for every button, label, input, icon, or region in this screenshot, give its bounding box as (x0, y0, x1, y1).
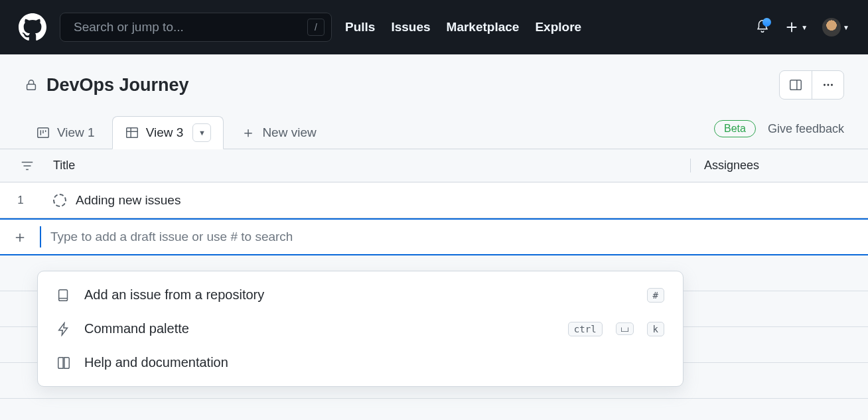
table-row[interactable]: 1 Adding new issues (0, 182, 868, 218)
svg-point-3 (827, 84, 829, 86)
views-tabs: View 1 View 3 ▼ ＋ New view Beta Give fee… (0, 100, 868, 149)
column-assignees[interactable]: Assignees (690, 159, 868, 173)
slash-key-hint: / (307, 19, 325, 36)
add-item-row[interactable]: ＋ (0, 218, 868, 255)
beta-badge: Beta (714, 120, 756, 137)
column-title[interactable]: Title (41, 159, 690, 173)
row-title: Adding new issues (76, 193, 181, 208)
add-item-plus[interactable]: ＋ (0, 226, 41, 247)
svg-rect-1 (790, 80, 802, 90)
filter-icon[interactable] (20, 159, 35, 173)
svg-rect-7 (59, 289, 68, 301)
give-feedback-link[interactable]: Give feedback (768, 122, 844, 136)
primary-nav: Pulls Issues Marketplace Explore (345, 20, 581, 35)
global-search[interactable]: Search or jump to... / (60, 13, 332, 42)
tab-options-button[interactable]: ▼ (192, 123, 211, 142)
key-hint: # (647, 288, 664, 303)
plus-icon (784, 20, 799, 35)
triangle-down-icon: ▼ (198, 129, 206, 137)
draft-issue-icon (53, 194, 66, 207)
user-menu[interactable]: ▼ (822, 18, 849, 36)
row-number: 1 (0, 194, 41, 207)
nav-pulls[interactable]: Pulls (345, 20, 375, 35)
insights-button[interactable] (780, 71, 812, 99)
tab-view-1[interactable]: View 1 (24, 119, 107, 147)
book-icon (56, 356, 71, 370)
plus-icon: ＋ (12, 228, 28, 245)
project-title: DevOps Journey (46, 75, 779, 96)
tab-label: View 3 (146, 125, 184, 140)
svg-rect-0 (27, 84, 36, 90)
popover-help[interactable]: Help and documentation (38, 346, 683, 380)
nav-marketplace[interactable]: Marketplace (447, 20, 520, 35)
popover-item-label: Add an issue from a repository (84, 287, 634, 303)
caret-down-icon: ▼ (843, 24, 849, 31)
nav-explore[interactable]: Explore (535, 20, 581, 35)
project-icon (36, 125, 50, 140)
project-menu-button[interactable] (812, 71, 843, 99)
add-item-input[interactable] (41, 220, 868, 254)
nav-issues[interactable]: Issues (391, 20, 430, 35)
new-view-label: New view (262, 125, 316, 140)
project-actions (779, 70, 844, 100)
table-header: Title Assignees (0, 149, 868, 182)
project-header: DevOps Journey (0, 54, 868, 100)
table-icon (125, 125, 139, 140)
global-header: Search or jump to... / Pulls Issues Mark… (0, 0, 868, 54)
lock-icon (24, 78, 38, 92)
popover-item-label: Command palette (84, 321, 555, 336)
notifications-button[interactable] (755, 19, 770, 36)
kebab-icon (821, 78, 835, 92)
mark-github-icon (19, 13, 46, 41)
svg-point-4 (831, 84, 833, 86)
popover-item-label: Help and documentation (84, 355, 664, 370)
omnibar-popover: Add an issue from a repository # Command… (37, 271, 684, 387)
github-logo[interactable] (19, 13, 46, 41)
new-view-button[interactable]: ＋ New view (229, 116, 328, 149)
header-right: ▼ ▼ (755, 18, 849, 36)
caret-down-icon: ▼ (801, 24, 808, 31)
popover-add-issue[interactable]: Add an issue from a repository # (38, 278, 683, 312)
sidebar-icon (788, 78, 803, 92)
key-hint: ⌴ (616, 322, 634, 335)
svg-point-2 (824, 84, 826, 86)
notification-dot-icon (762, 18, 771, 27)
tab-view-3[interactable]: View 3 ▼ (112, 116, 224, 149)
plus-icon: ＋ (241, 123, 255, 143)
key-hint: ctrl (568, 322, 603, 336)
key-hint: k (647, 322, 664, 336)
search-placeholder: Search or jump to... (74, 20, 299, 35)
repo-icon (56, 288, 71, 303)
popover-command-palette[interactable]: Command palette ctrl ⌴ k (38, 312, 683, 346)
svg-rect-6 (126, 128, 137, 138)
zap-icon (56, 322, 71, 336)
avatar-icon (822, 18, 841, 36)
tab-label: View 1 (57, 125, 95, 140)
create-menu[interactable]: ▼ (784, 20, 808, 35)
